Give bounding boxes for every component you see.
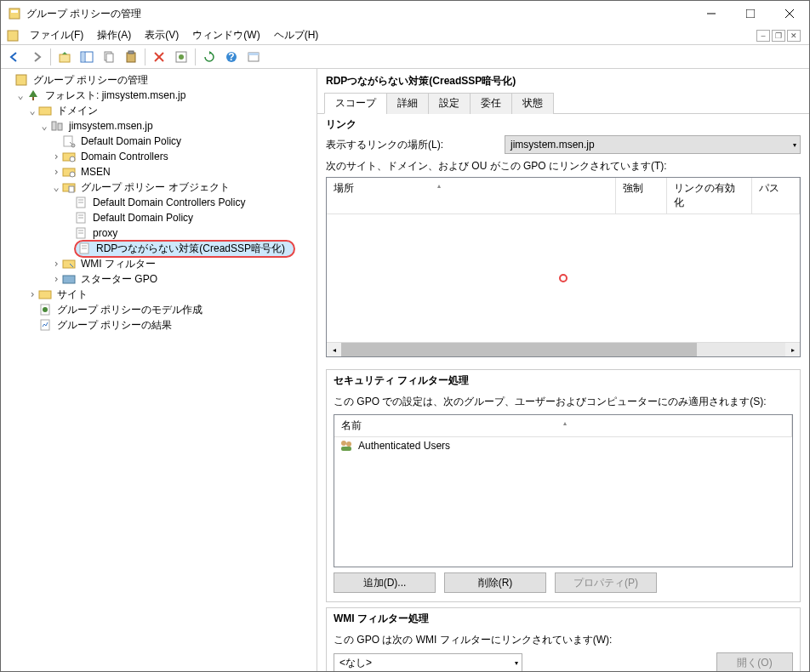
- remove-button[interactable]: 削除(R): [444, 572, 546, 593]
- svg-rect-25: [39, 107, 51, 115]
- tree-proxy[interactable]: proxy: [91, 227, 119, 239]
- window-button[interactable]: [243, 47, 264, 67]
- security-item-label: Authenticated Users: [358, 440, 450, 452]
- tree-gpo[interactable]: グループ ポリシー オブジェクト: [79, 180, 231, 195]
- menu-file[interactable]: ファイル(F): [23, 26, 90, 44]
- properties-button[interactable]: [171, 47, 191, 67]
- sort-asc-icon: ▴: [437, 182, 441, 190]
- link-location-combo[interactable]: jimsystem.msen.jp ▾: [505, 135, 801, 154]
- expand-icon[interactable]: ›: [50, 166, 62, 178]
- svg-rect-35: [69, 186, 74, 192]
- tree-sites[interactable]: サイト: [55, 288, 89, 302]
- maximize-button[interactable]: [731, 1, 770, 26]
- col-enable[interactable]: リンクの有効化: [667, 178, 752, 214]
- expand-icon[interactable]: ›: [50, 151, 62, 162]
- tree-root[interactable]: グループ ポリシーの管理: [31, 73, 150, 88]
- security-item[interactable]: Authenticated Users: [334, 437, 792, 454]
- add-button[interactable]: 追加(D)...: [334, 572, 436, 593]
- expand-icon[interactable]: ›: [26, 288, 38, 300]
- main-split: グループ ポリシーの管理 ⌄フォレスト: jimsystem.msen.jp ⌄…: [1, 69, 809, 671]
- mdi-close[interactable]: ✕: [787, 30, 801, 42]
- users-icon: [339, 439, 353, 453]
- gpo-container-icon: [62, 180, 76, 194]
- copy-button[interactable]: [99, 47, 119, 67]
- delete-button[interactable]: [149, 47, 169, 67]
- up-button[interactable]: [54, 47, 75, 67]
- paste-button[interactable]: [121, 47, 141, 67]
- link-list-label: 次のサイト、ドメイン、および OU がこの GPO にリンクされています(T):: [326, 159, 801, 174]
- collapse-icon[interactable]: ⌄: [38, 120, 50, 132]
- tree-selected-item[interactable]: RDPつながらない対策(CreadSSP暗号化): [74, 240, 295, 258]
- svg-rect-26: [52, 122, 56, 130]
- results-icon: [38, 318, 52, 332]
- minimize-button[interactable]: [692, 1, 731, 26]
- expand-icon[interactable]: ›: [50, 258, 62, 270]
- tab-strip: スコープ 詳細 設定 委任 状態: [317, 92, 809, 114]
- svg-rect-7: [60, 54, 70, 62]
- refresh-button[interactable]: [199, 47, 220, 67]
- tree-model[interactable]: グループ ポリシーのモデル作成: [55, 303, 204, 317]
- menu-help[interactable]: ヘルプ(H): [267, 26, 326, 44]
- link-list[interactable]: 場所▴ 強制 リンクの有効化 パス ◂ ▸: [326, 177, 801, 357]
- show-hide-tree-button[interactable]: [77, 47, 97, 67]
- scrollbar-thumb[interactable]: [341, 343, 697, 356]
- security-list[interactable]: 名前▴ Authenticated Users: [334, 414, 793, 567]
- detail-title: RDPつながらない対策(CreadSSP暗号化): [317, 69, 809, 92]
- expand-icon[interactable]: ›: [50, 273, 62, 285]
- gpo-icon: [77, 242, 91, 255]
- col-name[interactable]: 名前▴: [334, 415, 792, 436]
- wmi-combo[interactable]: <なし> ▾: [334, 653, 522, 671]
- col-location[interactable]: 場所▴: [327, 178, 616, 214]
- tree-result[interactable]: グループ ポリシーの結果: [55, 318, 174, 333]
- menu-action[interactable]: 操作(A): [90, 26, 138, 44]
- toolbar: ?: [1, 45, 809, 69]
- col-force[interactable]: 強制: [616, 178, 667, 214]
- scroll-right-icon[interactable]: ▸: [785, 343, 800, 356]
- help-button[interactable]: ?: [221, 47, 242, 67]
- scroll-left-icon[interactable]: ◂: [327, 343, 341, 356]
- svg-rect-27: [58, 123, 62, 130]
- sort-asc-icon: ▴: [563, 419, 567, 427]
- folder-icon: [38, 104, 52, 117]
- tree-forest[interactable]: フォレスト: jimsystem.msen.jp: [43, 88, 187, 103]
- mdi-restore[interactable]: ❐: [772, 30, 785, 42]
- link-heading: リンク: [326, 117, 801, 132]
- tree-domain[interactable]: jimsystem.msen.jp: [67, 120, 155, 132]
- security-filter-group: セキュリティ フィルター処理 この GPO での設定は、次のグループ、ユーザーお…: [326, 369, 801, 602]
- menubar: ファイル(F) 操作(A) 表示(V) ウィンドウ(W) ヘルプ(H) – ❐ …: [1, 26, 809, 45]
- col-path[interactable]: パス: [752, 178, 800, 214]
- tab-settings[interactable]: 設定: [428, 93, 471, 114]
- link-location-value: jimsystem.msen.jp: [511, 139, 595, 151]
- horizontal-scrollbar[interactable]: ◂ ▸: [327, 342, 800, 356]
- collapse-icon[interactable]: ⌄: [50, 181, 62, 193]
- annotation-circle: [559, 274, 568, 282]
- chevron-down-icon: ▾: [793, 141, 796, 149]
- tree-ddp2[interactable]: Default Domain Policy: [91, 212, 195, 224]
- menu-view[interactable]: 表示(V): [138, 26, 185, 44]
- collapse-icon[interactable]: ⌄: [26, 105, 38, 117]
- tree-ddcp[interactable]: Default Domain Controllers Policy: [91, 196, 247, 208]
- svg-point-29: [71, 144, 75, 147]
- tab-delegate[interactable]: 委任: [470, 93, 512, 114]
- tab-detail[interactable]: 詳細: [386, 93, 429, 114]
- wmi-filter-group: WMI フィルター処理 この GPO は次の WMI フィルターにリンクされてい…: [326, 607, 801, 671]
- tree-msen[interactable]: MSEN: [79, 166, 112, 178]
- collapse-icon[interactable]: ⌄: [14, 89, 26, 101]
- close-button[interactable]: [770, 1, 809, 26]
- app-icon: [8, 7, 21, 20]
- security-heading: セキュリティ フィルター処理: [327, 370, 800, 391]
- tab-scope[interactable]: スコープ: [324, 93, 387, 114]
- tab-status[interactable]: 状態: [511, 93, 554, 114]
- menu-window[interactable]: ウィンドウ(W): [185, 26, 266, 44]
- svg-rect-13: [127, 53, 135, 62]
- forest-icon: [26, 88, 40, 102]
- forward-button[interactable]: [26, 47, 47, 67]
- tree-dc[interactable]: Domain Controllers: [79, 151, 170, 162]
- mdi-minimize[interactable]: –: [756, 30, 770, 42]
- tree-wmi[interactable]: WMI フィルター: [79, 257, 157, 271]
- back-button[interactable]: [4, 47, 25, 67]
- tree-domains[interactable]: ドメイン: [55, 104, 100, 118]
- nav-tree[interactable]: グループ ポリシーの管理 ⌄フォレスト: jimsystem.msen.jp ⌄…: [1, 69, 317, 671]
- tree-starter[interactable]: スターター GPO: [79, 272, 159, 287]
- tree-ddp[interactable]: Default Domain Policy: [79, 135, 183, 147]
